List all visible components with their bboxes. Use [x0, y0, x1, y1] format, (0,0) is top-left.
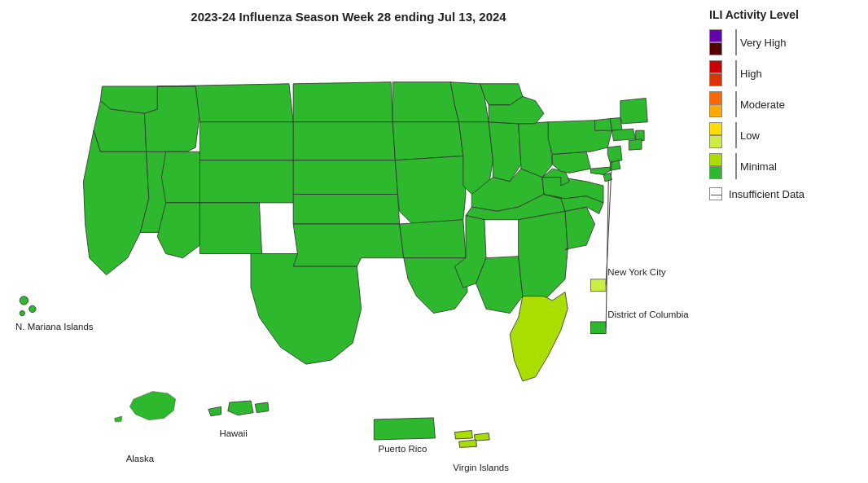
state-ar	[400, 220, 466, 258]
legend-very-high: Very High	[709, 29, 856, 55]
state-oh	[519, 122, 553, 178]
state-sd	[293, 122, 395, 160]
moderate-bracket-line	[735, 91, 737, 117]
state-hi-2	[208, 406, 221, 415]
minimal-swatches	[709, 153, 729, 179]
high-swatches	[709, 60, 729, 86]
state-wy	[199, 122, 296, 160]
swatch-low-1	[709, 122, 722, 135]
minimal-bracket-line	[735, 153, 737, 179]
map-area: 2023-24 Influenza Season Week 28 ending …	[0, 0, 697, 483]
swatch-moderate-2	[709, 104, 722, 117]
legend-title: ILI Activity Level	[709, 8, 856, 21]
state-vt	[595, 119, 612, 131]
swatch-low-2	[709, 135, 722, 148]
state-me	[620, 99, 647, 124]
legend-high: High	[709, 60, 856, 86]
moderate-label: Moderate	[740, 91, 785, 117]
us-map: District of Columbia New York City Alask…	[0, 29, 697, 479]
insufficient-label: Insufficient Data	[729, 188, 804, 200]
state-hi-3	[255, 402, 269, 413]
main-container: 2023-24 Influenza Season Week 28 ending …	[0, 0, 868, 483]
moderate-swatches	[709, 91, 729, 117]
swatch-high-2	[709, 73, 722, 86]
high-label: High	[740, 60, 762, 86]
low-swatches	[709, 122, 729, 148]
ak-islands	[115, 416, 122, 422]
state-az	[157, 203, 199, 258]
state-ks	[293, 194, 399, 224]
swatch-moderate-1	[709, 91, 722, 104]
swatch-high-1	[709, 60, 722, 73]
very-high-swatches	[709, 29, 729, 55]
state-tx	[251, 254, 362, 365]
nyc-indicator	[590, 279, 606, 292]
minimal-label: Minimal	[740, 153, 777, 179]
state-nh	[610, 118, 622, 131]
swatch-very-high-2	[709, 42, 722, 55]
state-fl	[510, 292, 568, 381]
very-high-bracket-line	[735, 29, 737, 55]
high-bracket-line	[735, 60, 737, 86]
state-hi-main	[228, 401, 253, 415]
state-sc	[565, 207, 595, 249]
state-mp-2	[29, 305, 36, 312]
state-co	[199, 160, 297, 203]
state-ak	[129, 392, 175, 420]
state-nm	[199, 203, 261, 254]
puerto-rico-label: Puerto Rico	[379, 444, 427, 454]
state-ut	[161, 151, 199, 203]
state-vi-3	[459, 440, 477, 447]
legend-insufficient: Insufficient Data	[709, 187, 856, 200]
virgin-islands-label: Virgin Islands	[453, 463, 509, 472]
state-mp-3	[20, 310, 24, 315]
state-nd	[293, 82, 392, 122]
state-ma	[612, 129, 635, 141]
state-ia	[392, 122, 463, 160]
state-pr	[374, 418, 435, 440]
dc-indicator	[590, 322, 606, 334]
state-vi-2	[474, 433, 489, 441]
swatch-insufficient	[709, 187, 722, 200]
dc-label: District of Columbia	[607, 310, 689, 319]
state-ct	[629, 139, 642, 151]
swatch-minimal-1	[709, 153, 722, 166]
state-ne	[293, 160, 397, 195]
swatch-very-high-1	[709, 29, 722, 42]
state-ga	[519, 211, 568, 301]
legend-moderate: Moderate	[709, 91, 856, 117]
state-ca	[83, 130, 148, 274]
chart-title: 2023-24 Influenza Season Week 28 ending …	[0, 0, 697, 29]
state-in	[489, 122, 521, 182]
low-label: Low	[740, 122, 760, 148]
hawaii-label: Hawaii	[219, 428, 247, 438]
swatch-minimal-2	[709, 166, 722, 179]
legend-low: Low	[709, 122, 856, 148]
state-mn	[392, 82, 458, 122]
state-nj	[607, 146, 622, 163]
legend-minimal: Minimal	[709, 153, 856, 179]
state-mp-1	[20, 296, 28, 305]
legend-area: ILI Activity Level Very High High	[697, 0, 868, 483]
state-vi-1	[454, 431, 472, 439]
very-high-label: Very High	[740, 29, 786, 55]
nyc-label: New York City	[607, 267, 666, 277]
n-mariana-label: N. Mariana Islands	[15, 322, 94, 332]
alaska-label: Alaska	[126, 454, 155, 463]
low-bracket-line	[735, 122, 737, 148]
